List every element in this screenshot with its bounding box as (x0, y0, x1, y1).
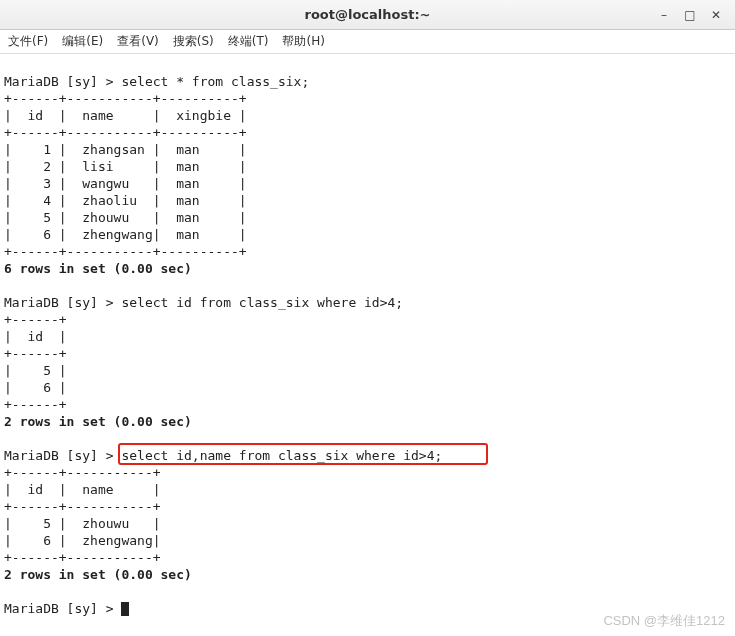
t3-border: +------+-----------+ (4, 550, 161, 565)
t2-row: | 6 | (4, 380, 67, 395)
t1-row: | 3 | wangwu | man | (4, 176, 247, 191)
t2-result: 2 rows in set (0.00 sec) (4, 414, 192, 429)
prompt-3: MariaDB [sy] > (4, 448, 121, 463)
prompt-2: MariaDB [sy] > (4, 295, 121, 310)
t1-border: +------+-----------+----------+ (4, 91, 247, 106)
menu-view[interactable]: 查看(V) (117, 33, 159, 50)
query-2: select id from class_six where id>4; (121, 295, 403, 310)
t2-header: | id | (4, 329, 67, 344)
menu-edit[interactable]: 编辑(E) (62, 33, 103, 50)
t1-result: 6 rows in set (0.00 sec) (4, 261, 192, 276)
t1-header: | id | name | xingbie | (4, 108, 247, 123)
t3-border: +------+-----------+ (4, 465, 161, 480)
t1-row: | 4 | zhaoliu | man | (4, 193, 247, 208)
window-title: root@localhost:~ (0, 7, 735, 22)
t3-result: 2 rows in set (0.00 sec) (4, 567, 192, 582)
query-1: select * from class_six; (121, 74, 309, 89)
menu-search[interactable]: 搜索(S) (173, 33, 214, 50)
t1-border: +------+-----------+----------+ (4, 244, 247, 259)
minimize-button[interactable]: – (657, 8, 671, 22)
t1-row: | 1 | zhangsan | man | (4, 142, 247, 157)
query-3: select id,name from class_six where id>4… (121, 448, 442, 463)
menu-file[interactable]: 文件(F) (8, 33, 48, 50)
menu-help[interactable]: 帮助(H) (282, 33, 324, 50)
t3-border: +------+-----------+ (4, 499, 161, 514)
cursor-icon (121, 602, 129, 616)
t1-row: | 6 | zhengwang| man | (4, 227, 247, 242)
prompt-4: MariaDB [sy] > (4, 601, 121, 616)
t1-row: | 2 | lisi | man | (4, 159, 247, 174)
menu-bar: 文件(F) 编辑(E) 查看(V) 搜索(S) 终端(T) 帮助(H) (0, 30, 735, 54)
t2-border: +------+ (4, 397, 67, 412)
t2-border: +------+ (4, 312, 67, 327)
terminal-output[interactable]: MariaDB [sy] > select * from class_six; … (0, 54, 735, 636)
maximize-button[interactable]: □ (683, 8, 697, 22)
t1-border: +------+-----------+----------+ (4, 125, 247, 140)
t1-row: | 5 | zhouwu | man | (4, 210, 247, 225)
menu-terminal[interactable]: 终端(T) (228, 33, 269, 50)
t2-row: | 5 | (4, 363, 67, 378)
window-titlebar: root@localhost:~ – □ ✕ (0, 0, 735, 30)
t3-row: | 5 | zhouwu | (4, 516, 161, 531)
t2-border: +------+ (4, 346, 67, 361)
t3-header: | id | name | (4, 482, 161, 497)
close-button[interactable]: ✕ (709, 8, 723, 22)
t3-row: | 6 | zhengwang| (4, 533, 161, 548)
watermark: CSDN @李维佳1212 (603, 612, 725, 630)
prompt-1: MariaDB [sy] > (4, 74, 121, 89)
window-controls: – □ ✕ (657, 0, 729, 30)
